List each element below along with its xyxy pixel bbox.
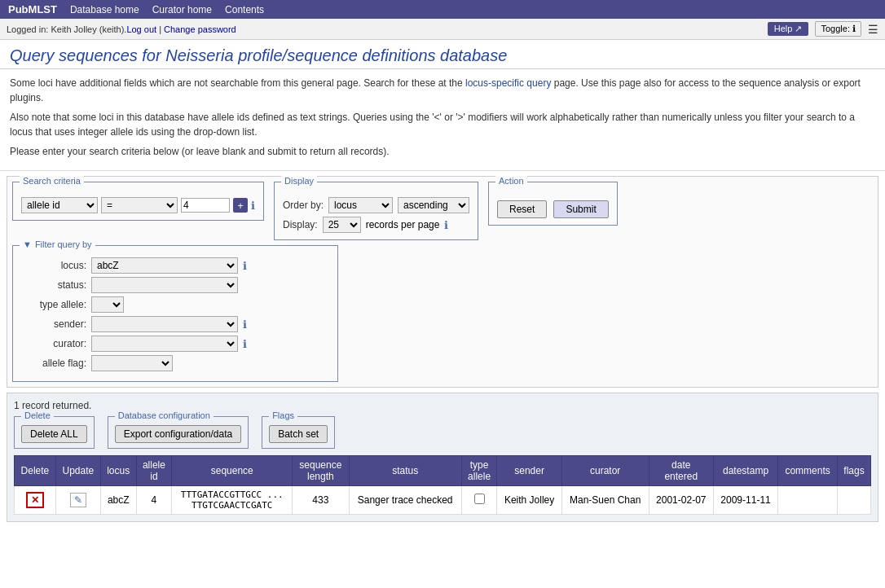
locus-filter-select[interactable]: abcZ bbox=[91, 257, 238, 274]
action-panel: Action Reset Submit bbox=[488, 182, 618, 226]
type-allele-cell bbox=[461, 486, 497, 515]
action-legend: Action bbox=[495, 176, 527, 186]
export-config-button[interactable]: Export configuration/data bbox=[115, 425, 241, 443]
direction-select[interactable]: ascending descending bbox=[398, 197, 469, 213]
col-status: status bbox=[349, 456, 461, 486]
filter-toggle[interactable]: ▼ Filter query by bbox=[20, 239, 95, 249]
status-cell: Sanger trace checked bbox=[349, 486, 461, 515]
records-per-page-text: records per page bbox=[366, 219, 440, 230]
main-query-area: Search criteria allele id sequence locus… bbox=[7, 176, 878, 388]
nav-curator-home[interactable]: Curator home bbox=[152, 4, 212, 15]
submit-button[interactable]: Submit bbox=[553, 200, 608, 218]
search-field-select[interactable]: allele id sequence locus status sender c… bbox=[21, 197, 98, 213]
reset-button[interactable]: Reset bbox=[497, 200, 547, 218]
table-row: ✕✎abcZ4TTTGATACCGTTGCC ...TTGTCGAACTCGAT… bbox=[15, 486, 871, 515]
status-filter-label: status: bbox=[21, 279, 86, 291]
info-para1: Some loci have additional fields which a… bbox=[10, 76, 875, 105]
locus-filter-label: locus: bbox=[21, 260, 86, 271]
db-config-group: Database configuration Export configurat… bbox=[108, 416, 249, 449]
col-date-entered: dateentered bbox=[649, 456, 713, 486]
search-criteria-info-icon[interactable]: ℹ bbox=[251, 200, 255, 212]
curator-filter-label: curator: bbox=[21, 338, 86, 349]
col-update: Update bbox=[55, 456, 100, 486]
col-locus: locus bbox=[100, 456, 136, 486]
locus-cell: abcZ bbox=[100, 486, 136, 515]
records-per-page-select[interactable]: 10 25 50 100 bbox=[323, 217, 361, 233]
info-area: Some loci have additional fields which a… bbox=[0, 69, 885, 171]
search-criteria-panel: Search criteria allele id sequence locus… bbox=[12, 182, 264, 221]
comments-cell bbox=[778, 486, 838, 515]
col-sender: sender bbox=[497, 456, 561, 486]
db-config-legend: Database configuration bbox=[115, 410, 214, 420]
batch-set-button[interactable]: Batch set bbox=[269, 425, 328, 443]
order-by-select[interactable]: locus allele id sequence status bbox=[328, 197, 393, 213]
flags-cell bbox=[838, 486, 871, 515]
col-type-allele: typeallele bbox=[461, 456, 497, 486]
sender-filter-info-icon[interactable]: ℹ bbox=[243, 318, 247, 331]
allele-id-cell: 4 bbox=[136, 486, 172, 515]
allele-flag-filter-select[interactable] bbox=[91, 355, 173, 371]
top-navigation: PubMLST Database home Curator home Conte… bbox=[0, 0, 885, 19]
nav-database-home[interactable]: Database home bbox=[70, 4, 139, 15]
col-datestamp: datestamp bbox=[713, 456, 777, 486]
change-password-link[interactable]: Change password bbox=[164, 24, 236, 34]
flags-legend: Flags bbox=[269, 410, 297, 420]
datestamp-cell: 2009-11-11 bbox=[713, 486, 777, 515]
results-count: 1 record returned. bbox=[14, 400, 871, 411]
sequence-length-cell: 433 bbox=[293, 486, 349, 515]
delete-cell: ✕ bbox=[15, 486, 56, 515]
update-row-button[interactable]: ✎ bbox=[70, 493, 86, 507]
login-bar: Logged in: Keith Jolley (keith). ​Log ou… bbox=[0, 19, 885, 40]
nav-contents[interactable]: Contents bbox=[225, 4, 264, 15]
results-table: Delete Update locus alleleid sequence se… bbox=[14, 455, 871, 515]
delete-group: Delete Delete ALL bbox=[14, 416, 95, 449]
search-value-input[interactable] bbox=[181, 198, 230, 213]
type-allele-checkbox[interactable] bbox=[474, 494, 485, 504]
locus-specific-query-link[interactable]: locus-specific query bbox=[465, 77, 551, 89]
col-sequence-length: sequencelength bbox=[293, 456, 349, 486]
locus-filter-info-icon[interactable]: ℹ bbox=[243, 260, 247, 272]
sequence-cell: TTTGATACCGTTGCC ...TTGTCGAACTCGATC bbox=[172, 486, 293, 515]
curator-filter-info-icon[interactable]: ℹ bbox=[243, 338, 247, 350]
page-title: Query sequences for Neisseria profile/se… bbox=[10, 46, 875, 65]
curator-filter-select[interactable] bbox=[91, 336, 238, 352]
login-text: Logged in: Keith Jolley (keith). ​Log ou… bbox=[7, 24, 236, 34]
col-flags: flags bbox=[838, 456, 871, 486]
update-cell: ✎ bbox=[55, 486, 100, 515]
flags-group: Flags Batch set bbox=[262, 416, 335, 449]
results-section: 1 record returned. Delete Delete ALL Dat… bbox=[7, 393, 878, 522]
order-by-label: Order by: bbox=[283, 200, 324, 211]
curator-cell: Man-Suen Chan bbox=[561, 486, 649, 515]
page-title-area: Query sequences for Neisseria profile/se… bbox=[0, 40, 885, 69]
toggle-button[interactable]: Toggle: ℹ bbox=[815, 21, 861, 37]
search-operator-select[interactable]: = contains starts with ends with < > NOT… bbox=[101, 197, 178, 213]
display-label: Display: bbox=[283, 219, 318, 230]
display-legend: Display bbox=[281, 176, 317, 186]
brand-logo: PubMLST bbox=[8, 3, 57, 15]
allele-flag-filter-label: allele flag: bbox=[21, 358, 86, 369]
filter-section: ▼ Filter query by locus: abcZ ℹ status: … bbox=[12, 245, 873, 382]
info-para2: Also note that some loci in this databas… bbox=[10, 110, 875, 139]
display-panel: Display Order by: locus allele id sequen… bbox=[274, 182, 478, 240]
date-entered-cell: 2001-02-07 bbox=[649, 486, 713, 515]
delete-group-legend: Delete bbox=[21, 410, 54, 420]
add-criteria-button[interactable]: + bbox=[233, 198, 248, 213]
col-comments: comments bbox=[778, 456, 838, 486]
sender-filter-label: sender: bbox=[21, 318, 86, 330]
sender-cell: Keith Jolley bbox=[497, 486, 561, 515]
menu-icon[interactable]: ☰ bbox=[868, 23, 878, 36]
delete-row-button[interactable]: ✕ bbox=[26, 492, 44, 508]
type-allele-filter-select[interactable] bbox=[91, 296, 124, 313]
logout-link[interactable]: Log out bbox=[126, 24, 156, 34]
type-allele-filter-label: type allele: bbox=[21, 299, 86, 310]
help-button[interactable]: Help ↗ bbox=[768, 22, 809, 36]
info-para3: Please enter your search criteria below … bbox=[10, 144, 875, 159]
delete-all-button[interactable]: Delete ALL bbox=[21, 425, 87, 443]
search-criteria-legend: Search criteria bbox=[20, 176, 84, 186]
col-curator: curator bbox=[561, 456, 649, 486]
sender-filter-select[interactable] bbox=[91, 316, 238, 332]
col-allele-id: alleleid bbox=[136, 456, 172, 486]
status-filter-select[interactable] bbox=[91, 277, 238, 293]
display-info-icon[interactable]: ℹ bbox=[444, 219, 448, 231]
col-delete: Delete bbox=[15, 456, 56, 486]
